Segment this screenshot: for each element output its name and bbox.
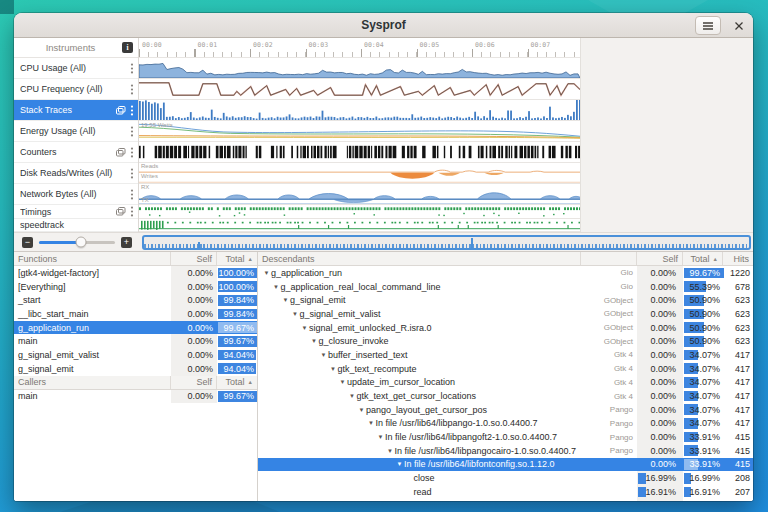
- descendant-row[interactable]: ▼update_im_cursor_locationGtk 40.00%34.0…: [258, 376, 753, 390]
- kebab-menu-icon[interactable]: [130, 84, 134, 95]
- total-column-header[interactable]: Total▲: [683, 252, 723, 265]
- expander-expanded-icon[interactable]: ▼: [376, 434, 385, 440]
- sidebar-item-speedtrack[interactable]: speedtrack: [14, 219, 138, 232]
- sidebar-item-disk-reads-writes-all[interactable]: Disk Reads/Writes (All): [14, 163, 138, 184]
- disk-reads-writes-chart[interactable]: ReadsWrites: [139, 163, 580, 184]
- descendant-row[interactable]: ▼g_application_runGio0.00%99.67%1220: [258, 266, 753, 280]
- energy-usage-chart[interactable]: 19.55 Watts: [139, 121, 580, 142]
- kebab-menu-icon[interactable]: [130, 63, 134, 74]
- zoom-slider-handle[interactable]: [75, 237, 86, 248]
- network-bytes-chart[interactable]: RXTX: [139, 184, 580, 205]
- expander-expanded-icon[interactable]: ▼: [262, 270, 271, 276]
- descendant-row[interactable]: ▼g_signal_emit_valistGObject0.00%50.90%6…: [258, 307, 753, 321]
- descendant-row[interactable]: close16.99%16.99%208: [258, 471, 753, 485]
- table-row[interactable]: main0.00%99.67%: [14, 334, 257, 348]
- table-row[interactable]: [gtk4-widget-factory]0.00%100.00%: [14, 266, 257, 280]
- category-cell: [581, 471, 637, 485]
- self-column-header[interactable]: Self: [637, 252, 683, 265]
- sidebar-item-timings[interactable]: Timings: [14, 205, 138, 219]
- sidebar-item-counters[interactable]: Counters: [14, 142, 138, 163]
- total-value: 50.90%: [683, 295, 723, 305]
- timeline-selection-bar[interactable]: [142, 235, 751, 250]
- descendant-row[interactable]: ▼In file /usr/lib64/libpangocairo-1.0.so…: [258, 444, 753, 458]
- kebab-menu-icon[interactable]: [130, 189, 134, 200]
- timeline-area[interactable]: 00:0000:0100:0200:0300:0400:0500:0600:07…: [139, 38, 581, 232]
- sidebar-item-label: Energy Usage (All): [20, 126, 126, 136]
- sidebar-item-stack-traces[interactable]: Stack Traces: [14, 100, 138, 121]
- table-row[interactable]: g_application_run0.00%99.67%: [14, 321, 257, 335]
- table-row[interactable]: g_signal_emit0.00%94.04%: [14, 362, 257, 376]
- total-column-header[interactable]: Total▲: [217, 376, 257, 389]
- functions-column-header[interactable]: Functions: [14, 252, 171, 265]
- descendant-row[interactable]: ▼pango_layout_get_cursor_posPango0.00%34…: [258, 403, 753, 417]
- table-row[interactable]: main0.00%99.67%: [14, 390, 257, 404]
- cpu-usage-chart[interactable]: [139, 58, 580, 79]
- info-icon[interactable]: i: [122, 42, 133, 53]
- kebab-menu-icon[interactable]: [130, 105, 134, 116]
- main-menu-button[interactable]: [695, 16, 721, 35]
- zoom-slider[interactable]: [39, 241, 115, 244]
- category-column-header[interactable]: [581, 252, 637, 265]
- speedtrack-chart[interactable]: [139, 219, 580, 232]
- descendant-row[interactable]: ▼gtk_text_get_cursor_locationsGtk 40.00%…: [258, 389, 753, 403]
- self-value: 0.00%: [637, 432, 679, 442]
- descendant-row[interactable]: ▼g_application_real_local_command_lineGi…: [258, 280, 753, 294]
- self-column-header[interactable]: Self: [171, 252, 217, 265]
- descendant-row[interactable]: ▶XML_ParseBuffer0.00%0.00%0: [258, 499, 753, 501]
- callers-column-header[interactable]: Callers: [14, 376, 171, 389]
- descendant-row[interactable]: ▼buffer_inserted_textGtk 40.00%34.07%417: [258, 348, 753, 362]
- expander-expanded-icon[interactable]: ▼: [319, 352, 328, 358]
- expander-expanded-icon[interactable]: ▼: [300, 325, 309, 331]
- descendant-row[interactable]: ▼In file /usr/lib64/libpango-1.0.so.0.44…: [258, 417, 753, 431]
- expander-expanded-icon[interactable]: ▼: [367, 420, 376, 426]
- expander-expanded-icon[interactable]: ▼: [281, 297, 290, 303]
- self-column-header[interactable]: Self: [171, 376, 217, 389]
- descendant-row[interactable]: read16.91%16.91%207: [258, 485, 753, 499]
- counters-chart[interactable]: [139, 142, 580, 163]
- expander-expanded-icon[interactable]: ▼: [386, 448, 395, 454]
- table-row[interactable]: g_signal_emit_valist0.00%94.04%: [14, 348, 257, 362]
- expander-expanded-icon[interactable]: ▼: [357, 407, 366, 413]
- zoom-out-button[interactable]: −: [22, 237, 33, 248]
- titlebar[interactable]: Sysprof: [14, 13, 753, 38]
- expander-expanded-icon[interactable]: ▼: [272, 284, 281, 290]
- close-button[interactable]: [731, 17, 747, 33]
- cpu-frequency-chart[interactable]: [139, 79, 580, 100]
- total-column-header[interactable]: Total▲: [217, 252, 257, 265]
- table-row[interactable]: _start0.00%99.84%: [14, 293, 257, 307]
- timings-chart[interactable]: [139, 205, 580, 219]
- hits-cell: 417: [723, 362, 753, 376]
- descendants-column-header[interactable]: Descendants: [258, 252, 581, 265]
- descendant-row[interactable]: ▼g_signal_emitGObject0.00%50.90%623: [258, 293, 753, 307]
- kebab-menu-icon[interactable]: [130, 147, 134, 158]
- zoom-in-button[interactable]: +: [121, 237, 132, 248]
- sidebar-item-cpu-frequency-all[interactable]: CPU Frequency (All): [14, 79, 138, 100]
- total-value: 55.39%: [683, 282, 723, 292]
- descendant-row[interactable]: ▼In file /usr/lib64/libpangoft2-1.0.so.0…: [258, 430, 753, 444]
- category-cell: GObject: [581, 321, 637, 335]
- descendant-row[interactable]: ▼In file /usr/lib64/libfontconfig.so.1.1…: [258, 458, 753, 472]
- sidebar-item-cpu-usage-all[interactable]: CPU Usage (All): [14, 58, 138, 79]
- expander-expanded-icon[interactable]: ▼: [395, 461, 404, 467]
- sidebar-item-network-bytes-all[interactable]: Network Bytes (All): [14, 184, 138, 205]
- table-row[interactable]: [Everything]0.00%100.00%: [14, 280, 257, 294]
- total-cell: 100.00%: [217, 280, 257, 294]
- total-value: 33.91%: [683, 432, 723, 442]
- total-cell: 34.07%: [683, 403, 723, 417]
- kebab-menu-icon[interactable]: [130, 126, 134, 137]
- expander-expanded-icon[interactable]: ▼: [329, 366, 338, 372]
- descendant-row[interactable]: ▼gtk_text_recomputeGtk 40.00%34.07%417: [258, 362, 753, 376]
- kebab-menu-icon[interactable]: [130, 168, 134, 179]
- descendant-row[interactable]: ▼g_closure_invokeGObject0.00%50.90%623: [258, 334, 753, 348]
- kebab-menu-icon[interactable]: [130, 206, 134, 217]
- function-name: g_signal_emit_valist: [14, 348, 171, 362]
- expander-expanded-icon[interactable]: ▼: [310, 338, 319, 344]
- expander-expanded-icon[interactable]: ▼: [348, 393, 357, 399]
- sidebar-item-energy-usage-all[interactable]: Energy Usage (All): [14, 121, 138, 142]
- expander-expanded-icon[interactable]: ▼: [338, 379, 347, 385]
- expander-expanded-icon[interactable]: ▼: [291, 311, 300, 317]
- hits-column-header[interactable]: Hits: [723, 252, 753, 265]
- table-row[interactable]: __libc_start_main0.00%99.84%: [14, 307, 257, 321]
- stack-traces-chart[interactable]: [139, 100, 580, 121]
- descendant-row[interactable]: ▼signal_emit_unlocked_R.isra.0GObject0.0…: [258, 321, 753, 335]
